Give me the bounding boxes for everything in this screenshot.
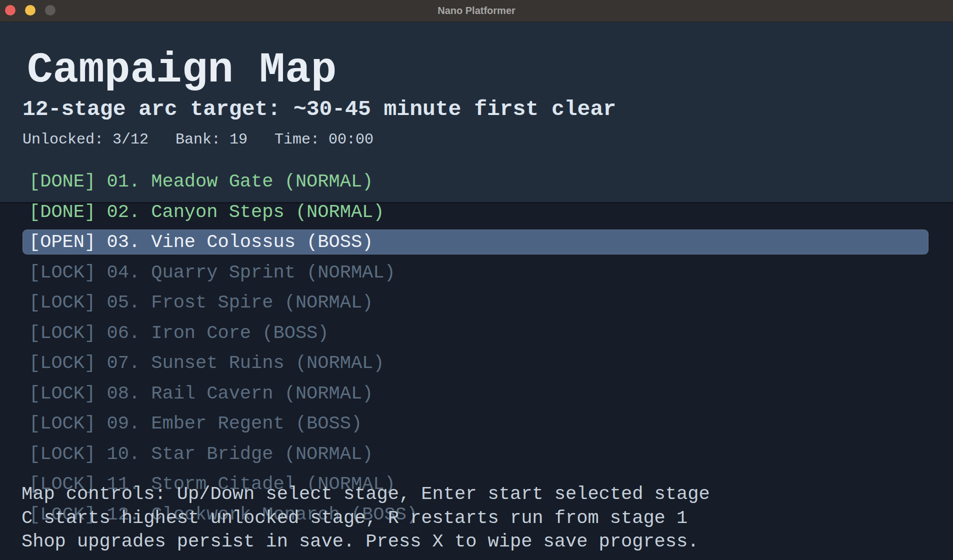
stage-row-07[interactable]: [LOCK] 07. Sunset Ruins (NORMAL) [29,350,384,376]
stage-row-10[interactable]: [LOCK] 10. Star Bridge (NORMAL) [29,442,373,466]
map-controls-line-1: Map controls: Up/Down select stage, Ente… [22,482,710,506]
stage-row-05[interactable]: [LOCK] 05. Frost Spire (NORMAL) [29,290,373,315]
app-window: Nano Platformer Campaign Map 12-stage ar… [0,0,953,560]
titlebar[interactable]: Nano Platformer [0,0,953,22]
page-title: Campaign Map [27,47,336,93]
stats-line: Unlocked: 3/12 Bank: 19 Time: 00:00 [22,130,374,148]
stage-row-01[interactable]: [DONE] 01. Meadow Gate (NORMAL) [29,169,373,194]
stage-row-02[interactable]: [DONE] 02. Canyon Steps (NORMAL) [29,200,384,224]
stage-row-04[interactable]: [LOCK] 04. Quarry Sprint (NORMAL) [29,260,396,285]
map-controls-line-2: C starts highest unlocked stage, R resta… [22,506,688,530]
stage-row-03[interactable]: [OPEN] 03. Vine Colossus (BOSS) [22,230,928,254]
map-controls-line-3: Shop upgrades persist in save. Press X t… [22,530,698,554]
stage-row-09[interactable]: [LOCK] 09. Ember Regent (BOSS) [29,411,362,436]
stage-row-08[interactable]: [LOCK] 08. Rail Cavern (NORMAL) [29,381,373,406]
campaign-subtitle: 12-stage arc target: ~30-45 minute first… [22,98,616,121]
window-title: Nano Platformer [0,0,953,22]
stage-row-06[interactable]: [LOCK] 06. Iron Core (BOSS) [29,320,329,346]
